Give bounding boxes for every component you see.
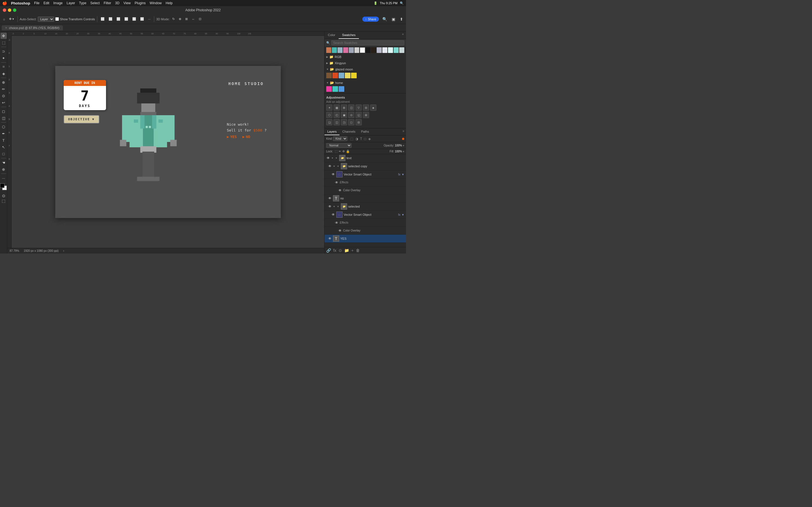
swatch-group-header-glazed-moon[interactable]: ▼ 📂 glazed moon: [324, 67, 406, 72]
visibility-icon[interactable]: 👁: [338, 229, 342, 233]
minimize-button[interactable]: [8, 8, 11, 12]
share-button[interactable]: ↑ Share: [362, 17, 379, 22]
posterize-btn[interactable]: ⊞: [363, 112, 369, 118]
layer-vso-2[interactable]: 👁 ⬚ Vector Smart Object fx ▼: [324, 211, 406, 219]
3d-rotate-btn[interactable]: ↻: [171, 17, 176, 21]
swatch-group-header-rgb[interactable]: ▶ 📁 RGB: [324, 54, 406, 59]
expand-icon[interactable]: ▼: [333, 205, 336, 208]
fx-expand-icon-2[interactable]: ▼: [402, 213, 404, 216]
tab-color[interactable]: Color: [324, 32, 339, 39]
navigate-forward[interactable]: ›: [63, 249, 64, 252]
fx-expand-icon[interactable]: ▼: [402, 173, 404, 176]
photo-filter-btn[interactable]: ◰: [334, 112, 340, 118]
swatch-item[interactable]: [394, 47, 399, 53]
visibility-icon[interactable]: 👁: [331, 213, 335, 217]
swatch-item[interactable]: [371, 47, 376, 53]
selective-color-btn[interactable]: ◳: [341, 119, 347, 125]
swatch-item[interactable]: [326, 47, 331, 53]
color-balance-adj-btn[interactable]: ◈: [370, 105, 376, 111]
delete-layer-btn[interactable]: 🗑: [356, 248, 360, 252]
swatch-item[interactable]: [326, 86, 332, 92]
new-group-btn[interactable]: 📁: [344, 248, 349, 252]
swatch-item[interactable]: [349, 47, 354, 53]
tab-paths[interactable]: Paths: [358, 128, 372, 135]
link-layers-btn[interactable]: 🔗: [326, 248, 331, 252]
swatch-item[interactable]: [382, 47, 388, 53]
3d-pan-btn[interactable]: ⊕: [177, 17, 183, 21]
lasso-tool-btn[interactable]: ⊃: [1, 48, 7, 54]
panels-button[interactable]: ▣: [391, 16, 396, 22]
swatch-item[interactable]: [377, 47, 382, 53]
swatch-item[interactable]: [333, 86, 338, 92]
swatch-item[interactable]: [338, 47, 343, 53]
swatch-item[interactable]: [332, 47, 337, 53]
layer-mask-btn[interactable]: ⊙: [339, 248, 342, 252]
opacity-dropdown-icon[interactable]: ▾: [403, 144, 404, 147]
maximize-button[interactable]: [13, 8, 16, 12]
bw-adj-btn[interactable]: ⬡: [326, 112, 333, 118]
invert-adj-btn[interactable]: ◱: [356, 112, 362, 118]
eraser-tool-btn[interactable]: ◻: [1, 108, 7, 114]
pixel-filter-icon[interactable]: ⬚: [350, 136, 354, 141]
tab-channels[interactable]: Channels: [340, 128, 358, 135]
foreground-color[interactable]: [0, 183, 4, 188]
visibility-icon[interactable]: 👁: [326, 156, 330, 160]
layer-no[interactable]: 👁 T no: [324, 194, 406, 203]
visibility-icon[interactable]: 👁: [328, 205, 332, 209]
lock-all-icon[interactable]: 🔒: [346, 150, 350, 153]
menu-type[interactable]: Type: [79, 1, 86, 5]
swatch-item[interactable]: [339, 86, 344, 92]
swatch-item[interactable]: [326, 73, 332, 78]
swatch-item[interactable]: [339, 73, 344, 78]
lock-position-icon[interactable]: ✒: [339, 150, 341, 153]
menu-layer[interactable]: Layer: [66, 1, 75, 5]
path-select-btn[interactable]: ↖: [1, 144, 7, 150]
brightness-adj-btn[interactable]: ☀: [326, 105, 333, 111]
expand-icon-2[interactable]: ▼: [337, 165, 340, 168]
align-left-btn[interactable]: ⬜: [99, 17, 106, 21]
zoom-tool-btn[interactable]: ⊕: [1, 166, 7, 172]
layer-selected-group[interactable]: 👁 ▼ ▼ 📁 selected: [324, 203, 406, 211]
yes-button[interactable]: ▶ YES: [227, 135, 237, 139]
layer-selected-copy-group[interactable]: 👁 ▼ ▼ 📁 selected copy: [324, 162, 406, 170]
dodge-tool-btn[interactable]: ⬡: [1, 124, 7, 130]
3d-orbit-btn[interactable]: ⊞: [184, 17, 189, 21]
hsl-adj-btn[interactable]: ⊟: [363, 105, 369, 111]
swatch-item[interactable]: [366, 47, 371, 53]
crop-tool-btn[interactable]: ⌗: [1, 64, 7, 70]
brush-tool-btn[interactable]: ✏: [1, 86, 7, 92]
traffic-lights[interactable]: [3, 8, 16, 12]
align-middle-btn[interactable]: ⬜: [131, 17, 138, 21]
adjustment-filter-icon[interactable]: ◑: [355, 136, 359, 141]
curves-adj-btn[interactable]: ⊞: [341, 105, 347, 111]
swatch-group-header-home[interactable]: ▼ 📂 home: [324, 80, 406, 86]
expand-icon[interactable]: ▼: [333, 165, 336, 168]
swatch-group-header-xingyun[interactable]: ▶ 📁 Xingyun: [324, 61, 406, 66]
swatch-item[interactable]: [343, 47, 348, 53]
expand-icon[interactable]: ▼: [331, 157, 334, 159]
screen-mode-btn[interactable]: ⬚: [2, 199, 5, 203]
fx-button[interactable]: fx: [398, 173, 400, 176]
shape-tool-btn[interactable]: □: [1, 151, 7, 157]
type-tool-btn[interactable]: T: [1, 137, 7, 144]
move-tool[interactable]: ✥ ▾: [8, 17, 15, 21]
menu-window[interactable]: Window: [150, 1, 162, 5]
fill-dropdown-icon[interactable]: ▾: [403, 150, 404, 153]
apple-logo[interactable]: 🍎: [2, 1, 7, 5]
visibility-icon[interactable]: 👁: [335, 180, 339, 184]
search-input[interactable]: [331, 40, 404, 45]
document-tab[interactable]: ✕ choice.psd @ 87.8% (YES, RGB/8#): [2, 25, 63, 31]
no-button[interactable]: ▶ NO: [243, 135, 250, 139]
levels-adj-btn[interactable]: ▦: [334, 105, 340, 111]
marquee-tool-btn[interactable]: ⬚: [1, 40, 7, 46]
show-transform-checkbox[interactable]: [55, 17, 59, 21]
fx-button-2[interactable]: fx: [398, 213, 400, 216]
gradient-map-btn[interactable]: ◫: [334, 119, 340, 125]
color-lookup-btn[interactable]: ⊙: [348, 112, 354, 118]
tab-close[interactable]: ✕: [5, 26, 7, 29]
solid-color-btn[interactable]: ◻: [348, 119, 354, 125]
pattern-btn[interactable]: ⊟: [356, 119, 362, 125]
channel-mixer-btn[interactable]: ▣: [341, 112, 347, 118]
gradient-tool-btn[interactable]: ◫: [1, 115, 7, 121]
close-button[interactable]: [3, 8, 6, 12]
